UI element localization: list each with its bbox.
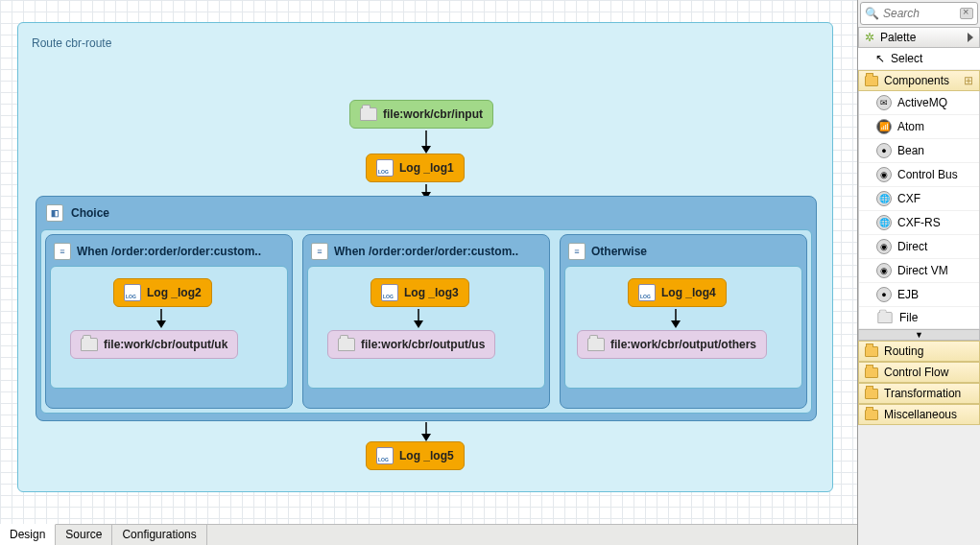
when-branch[interactable]: ≡ When /order:order/order:custom.. Log _…: [302, 234, 550, 409]
svg-marker-1: [421, 146, 431, 154]
component-icon: ●: [876, 287, 892, 302]
branch-body: Log _log3 file:work/cbr/output/us: [307, 266, 545, 389]
log-icon: [638, 284, 656, 301]
component-atom[interactable]: 📶Atom: [859, 115, 979, 139]
tab-source[interactable]: Source: [56, 525, 112, 545]
node-label: Log _log2: [147, 286, 202, 299]
node-label: Log _log1: [399, 161, 454, 175]
branch-header-label: When /order:order/order:custom..: [334, 245, 518, 258]
node-file-output-uk[interactable]: file:work/cbr/output/uk: [70, 330, 238, 359]
globe-icon: 🌐: [876, 215, 892, 230]
component-file[interactable]: File: [859, 307, 979, 329]
node-label: file:work/cbr/output/uk: [104, 338, 227, 351]
choice-icon: ◧: [46, 204, 63, 222]
branch-header-label: When /order:order/order:custom..: [77, 245, 261, 258]
node-log5[interactable]: Log _log5: [366, 441, 465, 470]
branch-header: ≡ Otherwise: [564, 239, 802, 266]
editor-tabs: Design Source Configurations: [0, 524, 857, 545]
node-file-input[interactable]: file:work/cbr/input: [349, 100, 493, 129]
node-log2[interactable]: Log _log2: [113, 278, 212, 307]
cursor-icon: ↖: [875, 52, 885, 65]
component-cxf-rs[interactable]: 🌐CXF-RS: [859, 211, 979, 235]
route-title: Route cbr-route: [32, 36, 819, 50]
component-icon: ✉: [876, 95, 892, 110]
globe-icon: 🌐: [876, 191, 892, 206]
group-label: Control Flow: [884, 366, 948, 379]
search-input[interactable]: [883, 7, 956, 20]
branch-header: ≡ When /order:order/order:custom..: [307, 239, 545, 266]
group-routing[interactable]: Routing: [858, 341, 980, 362]
clear-search-icon[interactable]: [960, 8, 973, 19]
folder-icon: [81, 338, 98, 351]
component-label: Bean: [897, 144, 924, 157]
log-icon: [376, 447, 394, 464]
branch-body: Log _log4 file:work/cbr/output/others: [564, 266, 802, 389]
node-log4[interactable]: Log _log4: [628, 278, 727, 307]
group-components[interactable]: Components ⊞: [858, 70, 980, 91]
node-label: Log _log3: [404, 286, 459, 299]
folder-icon: [865, 389, 878, 399]
choice-header: ◧ Choice: [40, 201, 812, 229]
chevron-right-icon: [968, 33, 973, 42]
group-transformation[interactable]: Transformation: [858, 383, 980, 404]
component-label: File: [899, 311, 918, 324]
svg-marker-9: [671, 320, 681, 328]
when-branch[interactable]: ≡ When /order:order/order:custom.. Log _…: [45, 234, 293, 409]
node-label: file:work/cbr/input: [383, 107, 483, 121]
tab-design[interactable]: Design: [0, 524, 56, 545]
component-direct[interactable]: ◉Direct: [859, 235, 979, 259]
folder-icon: [865, 346, 878, 357]
node-label: file:work/cbr/output/others: [610, 338, 756, 351]
component-bean[interactable]: ●Bean: [859, 139, 979, 163]
palette-title: Palette: [880, 31, 916, 44]
components-list: ✉ActiveMQ 📶Atom ●Bean ◉Control Bus 🌐CXF …: [858, 91, 980, 329]
log-icon: [381, 284, 398, 301]
group-label: Miscellaneous: [884, 408, 957, 421]
branch-body: Log _log2 file:work/cbr/output/uk: [50, 266, 288, 389]
palette-panel: 🔍 ✲ Palette ↖ Select Components ⊞ ✉Activ…: [857, 0, 980, 545]
node-label: Log _log4: [661, 286, 716, 299]
when-icon: ≡: [54, 243, 71, 260]
folder-icon: [360, 107, 377, 121]
node-label: Log _log5: [399, 449, 454, 462]
component-label: Direct VM: [897, 264, 948, 277]
node-log3[interactable]: Log _log3: [370, 278, 469, 307]
palette-title-row[interactable]: ✲ Palette: [858, 27, 980, 48]
tab-configurations[interactable]: Configurations: [112, 525, 206, 545]
palette-icon: ✲: [865, 31, 874, 44]
component-control-bus[interactable]: ◉Control Bus: [859, 163, 979, 187]
component-icon: ◉: [876, 263, 892, 278]
svg-marker-5: [156, 320, 166, 328]
branch-header: ≡ When /order:order/order:custom..: [50, 239, 288, 266]
editor-canvas-area: Route cbr-route file:work/cbr/input Log …: [0, 0, 857, 545]
scroll-indicator[interactable]: ▼: [858, 329, 980, 341]
choice-container[interactable]: ◧ Choice ≡ When /order:order/order:custo…: [36, 196, 817, 421]
node-label: file:work/cbr/output/us: [361, 338, 485, 351]
group-control-flow[interactable]: Control Flow: [858, 362, 980, 383]
component-cxf[interactable]: 🌐CXF: [859, 187, 979, 211]
node-file-output-us[interactable]: file:work/cbr/output/us: [327, 330, 495, 359]
folder-icon: [877, 312, 892, 323]
rss-icon: 📶: [876, 119, 892, 134]
component-ejb[interactable]: ●EJB: [859, 283, 979, 307]
log-icon: [124, 284, 141, 301]
node-log1[interactable]: Log _log1: [366, 154, 465, 182]
folder-icon: [865, 410, 878, 420]
design-canvas[interactable]: Route cbr-route file:work/cbr/input Log …: [0, 0, 857, 524]
component-label: Direct: [897, 240, 927, 253]
palette-select-tool[interactable]: ↖ Select: [858, 48, 980, 70]
palette-search[interactable]: 🔍: [860, 2, 978, 25]
component-activemq[interactable]: ✉ActiveMQ: [859, 91, 979, 115]
connector-arrow: [421, 130, 431, 156]
connector-arrow: [414, 309, 423, 331]
route-container[interactable]: Route cbr-route file:work/cbr/input Log …: [17, 22, 833, 492]
connector-arrow: [156, 309, 166, 331]
group-miscellaneous[interactable]: Miscellaneous: [858, 404, 980, 425]
svg-marker-7: [414, 320, 423, 328]
branch-header-label: Otherwise: [591, 245, 647, 258]
node-file-output-others[interactable]: file:work/cbr/output/others: [577, 330, 767, 359]
otherwise-branch[interactable]: ≡ Otherwise Log _log4: [560, 234, 807, 409]
component-icon: ◉: [876, 167, 892, 182]
component-direct-vm[interactable]: ◉Direct VM: [859, 259, 979, 283]
folder-icon: [865, 367, 878, 378]
